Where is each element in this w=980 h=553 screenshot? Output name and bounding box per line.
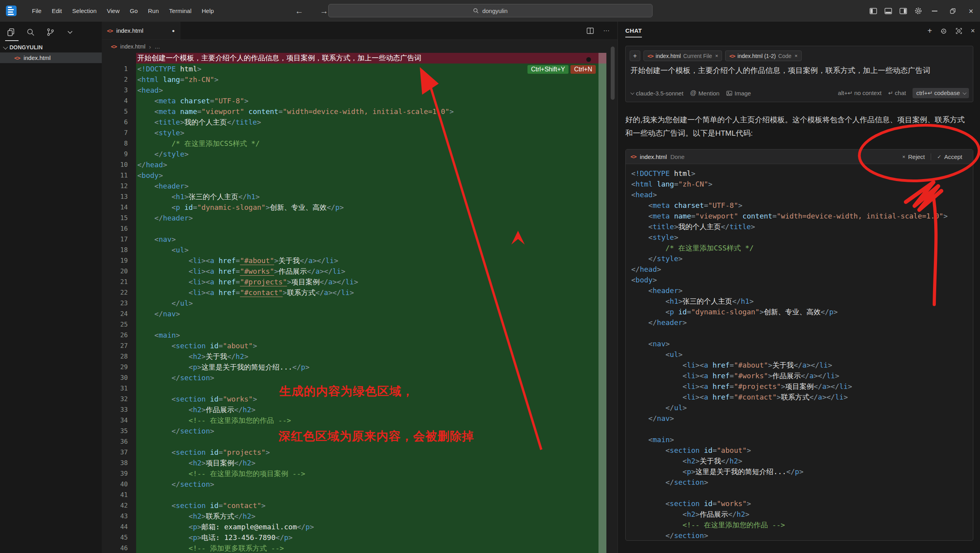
chat-input-box[interactable]: + <> index.html Current File × <> index.… — [625, 46, 973, 102]
line-number: 16 — [102, 223, 136, 234]
line-number: 25 — [102, 319, 136, 330]
more-actions-icon[interactable]: ··· — [603, 27, 610, 34]
code-line: 16 — [102, 223, 606, 234]
tab-index-html[interactable]: <> index.html ● — [102, 22, 180, 39]
chip-file: index.html — [656, 53, 681, 59]
line-number: 5 — [102, 106, 136, 117]
vscode-window: FileEditSelectionViewGoRunTerminalHelp ←… — [0, 0, 980, 553]
maximize-panel-icon[interactable] — [956, 28, 962, 34]
sidebar-item-index-html[interactable]: <> index.html — [0, 52, 102, 63]
hint-chat[interactable]: ↵ chat — [888, 90, 906, 97]
code-line: 38 <h2>项目案例</h2> — [102, 458, 606, 468]
accept-shortcut-badge[interactable]: Ctrl+Shift+Y — [527, 65, 569, 74]
chat-input-toolbar: claude-3.5-sonnet @ Mention Image alt+↵ … — [630, 88, 969, 98]
menu-run[interactable]: Run — [143, 5, 164, 17]
breadcrumb[interactable]: <> index.html › … — [102, 40, 617, 53]
deleted-code-line: 开始创建一个模板，主要介绍个人的作品信息，项目案例，联系方式，加上一些动态广告词 — [102, 53, 606, 64]
reject-button[interactable]: × Reject — [896, 153, 931, 160]
code-editor[interactable]: 开始创建一个模板，主要介绍个人的作品信息，项目案例，联系方式，加上一些动态广告词… — [102, 53, 606, 553]
close-panel-icon[interactable]: × — [971, 27, 975, 35]
chat-code-line: <meta charset="UTF-8"> — [631, 200, 973, 211]
hint-codebase-pill[interactable]: ctrl+↵ codebase — [913, 88, 969, 98]
mention-button[interactable]: @ Mention — [690, 90, 720, 97]
source-control-icon[interactable] — [46, 28, 55, 37]
add-context-button[interactable]: + — [630, 50, 640, 61]
chat-code-line: <li><a href="#contact">联系方式</a></li> — [631, 392, 973, 402]
chat-code-lines[interactable]: <!DOCTYPE html><html lang="zh-CN"><head>… — [626, 164, 973, 541]
image-button[interactable]: Image — [726, 90, 751, 97]
line-number: 45 — [102, 532, 136, 543]
chat-panel-title[interactable]: CHAT — [625, 27, 642, 37]
code-line-text: <html lang="zh-CN"> — [136, 74, 606, 85]
html-file-icon: <> — [107, 28, 113, 34]
code-line: 36 — [102, 436, 606, 447]
settings-gear-icon[interactable] — [911, 0, 926, 22]
minimize-button[interactable] — [926, 0, 944, 22]
chat-code-line: <p>这里是关于我的简短介绍...</p> — [631, 466, 973, 477]
line-number: 10 — [102, 159, 136, 170]
new-chat-icon[interactable]: + — [928, 26, 932, 35]
restore-button[interactable] — [944, 0, 962, 22]
modified-dot-icon[interactable]: ● — [172, 28, 175, 34]
chat-code-line: </ul> — [631, 402, 973, 413]
menu-help[interactable]: Help — [196, 5, 219, 17]
workspace-header[interactable]: DONGYULIN — [0, 41, 102, 52]
code-line: 5 <meta name="viewport" content="width=d… — [102, 106, 606, 117]
more-views-chevron-icon[interactable] — [65, 28, 75, 37]
line-number: 32 — [102, 394, 136, 404]
line-number: 3 — [102, 85, 136, 95]
code-line: 33 <h2>作品展示</h2> — [102, 404, 606, 415]
toggle-secondary-sidebar-icon[interactable] — [896, 0, 911, 22]
accept-button[interactable]: ✓ Accept — [931, 153, 968, 160]
code-line: 11<body> — [102, 170, 606, 181]
chat-code-line: <main> — [631, 434, 973, 445]
menu-terminal[interactable]: Terminal — [164, 5, 197, 17]
menu-edit[interactable]: Edit — [47, 5, 67, 17]
explorer-files-icon[interactable] — [6, 28, 15, 37]
code-line: 20 <li><a href="#works">作品展示</a></li> — [102, 266, 606, 276]
menu-go[interactable]: Go — [125, 5, 143, 17]
remove-chip-icon[interactable]: × — [795, 53, 798, 59]
code-line-text: <section id="about"> — [136, 340, 606, 351]
search-sidebar-icon[interactable] — [26, 28, 35, 37]
toggle-panel-icon[interactable] — [881, 0, 896, 22]
command-search-input[interactable]: dongyulin — [328, 4, 653, 17]
chat-code-line: </head> — [631, 264, 973, 275]
code-line: 10</head> — [102, 159, 606, 170]
code-line-text: <meta charset="UTF-8"> — [136, 95, 606, 106]
chat-history-icon[interactable] — [940, 28, 947, 35]
menu-view[interactable]: View — [102, 5, 125, 17]
split-editor-icon[interactable] — [587, 28, 594, 34]
user-message[interactable]: 开始创建一个模板，主要介绍个人的作品信息，项目案例，联系方式，加上一些动态广告词 — [630, 65, 968, 76]
line-number: 12 — [102, 181, 136, 191]
chat-code-line: </nav> — [631, 413, 973, 424]
forward-arrow-icon[interactable]: → — [320, 6, 328, 16]
code-line-text: <head> — [136, 85, 606, 95]
line-number: 13 — [102, 191, 136, 202]
code-line-text: <li><a href="#works">作品展示</a></li> — [136, 266, 606, 276]
code-line: 31 — [102, 383, 606, 394]
image-icon — [726, 91, 732, 96]
model-selector[interactable]: claude-3.5-sonnet — [630, 90, 683, 97]
code-line-text — [136, 223, 606, 234]
context-chip-current-file[interactable]: <> index.html Current File × — [643, 50, 722, 61]
menu-file[interactable]: File — [27, 5, 47, 17]
mention-label: Mention — [698, 90, 719, 97]
reject-shortcut-badge[interactable]: Ctrl+N — [570, 65, 596, 74]
code-line-text: <body> — [136, 170, 606, 181]
toggle-sidebar-icon[interactable] — [866, 0, 881, 22]
chip-file: index.html (1-2) — [737, 53, 776, 59]
code-line-text: <p>邮箱: example@email.com</p> — [136, 521, 606, 532]
context-chip-code[interactable]: <> index.html (1-2) Code × — [725, 50, 801, 61]
code-line-text: <header> — [136, 181, 606, 191]
hint-no-context[interactable]: alt+↵ no context — [838, 90, 882, 97]
remove-chip-icon[interactable]: × — [715, 53, 718, 59]
back-arrow-icon[interactable]: ← — [295, 6, 303, 16]
editor-scrollbar-thumb[interactable] — [611, 47, 615, 100]
chat-code-line: <!-- 在这里添加您的作品 --> — [631, 519, 973, 530]
code-line: 2<html lang="zh-CN"> — [102, 74, 606, 85]
menu-selection[interactable]: Selection — [67, 5, 102, 17]
line-number: 15 — [102, 213, 136, 223]
close-window-button[interactable]: × — [962, 0, 980, 22]
chat-code-line: <body> — [631, 275, 973, 285]
